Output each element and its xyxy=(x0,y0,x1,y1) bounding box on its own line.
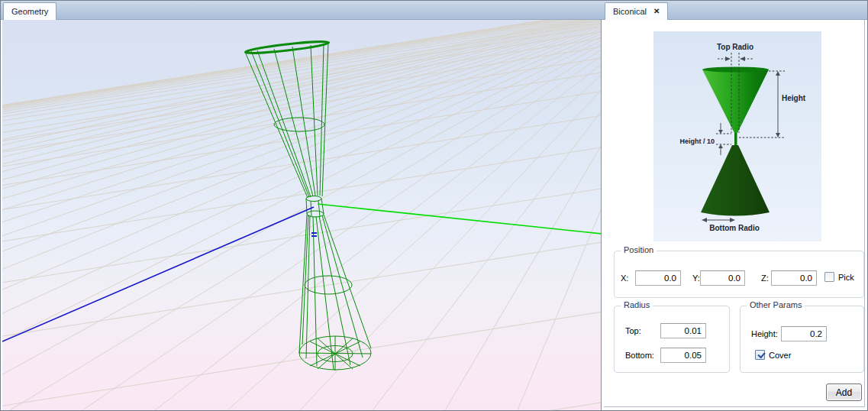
tab-geometry-label: Geometry xyxy=(11,7,48,16)
z-label: Z: xyxy=(761,273,769,283)
axis-origin-marker xyxy=(311,232,317,237)
tab-biconical-label: Biconical xyxy=(613,7,647,16)
x-label: X: xyxy=(621,273,628,283)
tab-geometry[interactable]: Geometry xyxy=(3,2,56,20)
tab-strip: Geometry Biconical ✕ xyxy=(1,1,867,20)
geometry-3d-viewport[interactable] xyxy=(2,20,602,410)
height-input[interactable] xyxy=(781,326,827,341)
radius-bottom-label: Bottom: xyxy=(625,351,654,360)
radius-top-label: Top: xyxy=(625,326,641,335)
height-label: Height: xyxy=(751,329,778,338)
other-params-group: Other Params Height: Cover xyxy=(740,306,864,373)
radius-top-input[interactable] xyxy=(660,323,706,338)
cover-checkbox[interactable] xyxy=(755,350,765,360)
y-label: Y: xyxy=(692,273,700,283)
radius-group: Radius Top: Bottom: xyxy=(614,306,730,373)
cover-checkbox-label[interactable]: Cover xyxy=(769,351,791,360)
position-group-title: Position xyxy=(621,245,657,254)
schematic-label-top-radius: Top Radio xyxy=(717,43,753,51)
tab-biconical[interactable]: Biconical ✕ xyxy=(605,2,668,20)
biconical-panel: Top Radio Height Height / 10 Bottom Radi… xyxy=(604,20,865,407)
application-window: Geometry Biconical ✕ xyxy=(0,0,868,411)
axis-x-blue xyxy=(2,207,314,341)
add-button[interactable]: Add xyxy=(826,383,862,401)
tab-close-icon[interactable]: ✕ xyxy=(653,8,660,15)
z-input[interactable] xyxy=(771,270,817,286)
radius-bottom-input[interactable] xyxy=(660,348,706,363)
pick-checkbox-label[interactable]: Pick xyxy=(838,273,854,282)
perspective-grid xyxy=(2,20,602,410)
schematic-label-height-10: Height / 10 xyxy=(679,138,715,145)
x-input[interactable] xyxy=(635,270,681,286)
schematic-label-bottom-radius: Bottom Radio xyxy=(709,224,760,232)
y-input[interactable] xyxy=(700,270,745,286)
schematic-neck xyxy=(734,133,737,145)
radius-group-title: Radius xyxy=(621,300,653,309)
schematic-top-cone-cap xyxy=(702,67,769,73)
position-group: Position X: Y: Z: Pick xyxy=(614,251,864,298)
axis-y-green xyxy=(318,204,602,234)
biconical-schematic-image: Top Radio Height Height / 10 Bottom Radi… xyxy=(653,31,821,241)
pick-checkbox[interactable] xyxy=(824,272,834,282)
other-params-group-title: Other Params xyxy=(747,300,805,309)
schematic-label-height: Height xyxy=(782,94,806,102)
